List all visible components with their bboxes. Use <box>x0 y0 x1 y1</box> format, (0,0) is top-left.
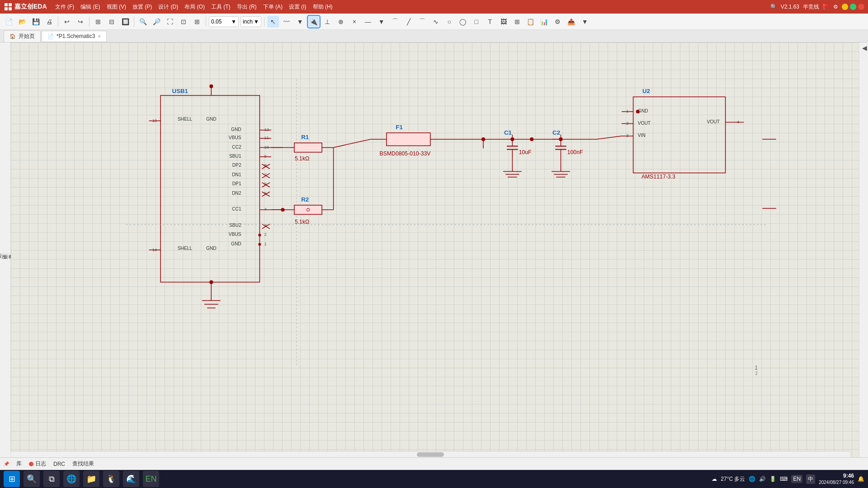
close-button[interactable] <box>858 4 864 10</box>
junction-tool[interactable]: ⊕ <box>335 16 347 28</box>
sidebar-tools[interactable]: 所有工具 <box>0 248 10 254</box>
bezier-tool[interactable]: ∿ <box>430 16 442 28</box>
svg-text:AMS1117-3.3: AMS1117-3.3 <box>642 174 675 180</box>
right-panel-toggle[interactable]: ◀ <box>860 42 868 53</box>
snap-input[interactable] <box>211 19 229 25</box>
ellipse-tool[interactable]: ◯ <box>457 16 469 28</box>
svg-text:4: 4 <box>737 120 739 124</box>
select-tool[interactable]: ↖ <box>267 16 279 28</box>
clock[interactable]: 9:46 2024/08/27 09:46 <box>819 473 854 486</box>
settings-icon[interactable]: ⚙ <box>833 4 838 10</box>
taskbar-search[interactable]: 🔍 <box>24 471 40 487</box>
measure-tool[interactable]: — <box>362 16 374 28</box>
undo-button[interactable]: ↩ <box>61 16 73 28</box>
noconnect-tool[interactable]: × <box>349 16 360 28</box>
drc-tool[interactable]: ⚙ <box>552 16 564 28</box>
volume-icon[interactable]: 🔊 <box>759 476 766 482</box>
polyline-tool[interactable]: ⌒ <box>416 16 428 28</box>
battery-icon[interactable]: 🔋 <box>769 476 776 482</box>
version-label: V2.1.63 <box>781 4 799 10</box>
snap-input-container[interactable]: ▼ <box>209 16 239 27</box>
redo-button[interactable]: ↪ <box>75 16 86 28</box>
separator-5 <box>264 17 264 27</box>
wire-select[interactable]: ▼ <box>294 16 306 28</box>
menu-place[interactable]: 放置 (P) <box>130 2 155 12</box>
scrollbar-thumb[interactable] <box>417 452 444 457</box>
svg-rect-5 <box>160 95 259 282</box>
menu-order[interactable]: 下单 (A) <box>260 2 285 12</box>
netflag-tool[interactable]: ⊥ <box>321 16 333 28</box>
notifications-icon[interactable]: 🔔 <box>858 476 864 482</box>
bus-tool[interactable]: 🔌 <box>308 16 320 28</box>
canvas-area[interactable]: .comp-ref { font-family: Arial, sans-ser… <box>11 42 859 457</box>
minimize-button[interactable] <box>842 4 848 10</box>
lang-en[interactable]: EN <box>791 475 802 483</box>
circle-tool[interactable]: ○ <box>443 16 455 28</box>
bom-tool[interactable]: 📋 <box>525 16 537 28</box>
save-button[interactable]: 💾 <box>30 16 42 28</box>
component-button[interactable]: 🔲 <box>119 16 131 28</box>
maximize-button[interactable] <box>850 4 856 10</box>
snap-dropdown-icon[interactable]: ▼ <box>231 19 236 25</box>
taskbar-filemanager[interactable]: 📁 <box>83 471 99 487</box>
wire2-tool[interactable]: ▼ <box>376 16 387 28</box>
schematic-tab-icon: 📄 <box>47 33 54 39</box>
image-tool[interactable]: 🖼 <box>498 16 509 28</box>
grid2-button[interactable]: ⊟ <box>106 16 118 28</box>
export-tool[interactable]: 📤 <box>566 16 577 28</box>
menu-help[interactable]: 帮助 (H) <box>310 2 335 12</box>
line-tool[interactable]: ╱ <box>403 16 415 28</box>
tab-home[interactable]: 🏠 开始页 <box>4 30 41 42</box>
open-button[interactable]: 📂 <box>16 16 28 28</box>
menu-tools[interactable]: 工具 (T) <box>208 2 233 12</box>
grid-button[interactable]: ⊞ <box>92 16 104 28</box>
lang-zh[interactable]: 中 <box>806 474 815 484</box>
unit-dropdown-icon[interactable]: ▼ <box>254 19 259 25</box>
keyboard-icon[interactable]: ⌨ <box>780 476 788 482</box>
print-button[interactable]: 🖨 <box>43 16 55 28</box>
start-button[interactable]: ⊞ <box>4 471 20 487</box>
zoom-out-button[interactable]: 🔎 <box>151 16 162 28</box>
app-logo: 嘉立创EDA <box>4 2 47 11</box>
zoom-select-button[interactable]: ⊡ <box>178 16 189 28</box>
new-button[interactable]: 📄 <box>3 16 14 28</box>
wire-tool[interactable]: 〰 <box>281 16 292 28</box>
svg-point-106 <box>530 137 533 141</box>
menu-edit[interactable]: 编辑 (E) <box>78 2 103 12</box>
arc-tool[interactable]: ⌒ <box>389 16 401 28</box>
zoom-in-button[interactable]: 🔍 <box>137 16 149 28</box>
tab-schematic[interactable]: 📄 *P1.Schematic3 × <box>42 31 107 41</box>
menu-design[interactable]: 设计 (D) <box>156 2 181 12</box>
taskbar-multitask[interactable]: ⧉ <box>43 471 60 487</box>
netlist-tool[interactable]: 📊 <box>538 16 550 28</box>
taskbar-app1[interactable]: 🐧 <box>103 471 119 487</box>
network-icon[interactable]: 🌐 <box>749 476 755 482</box>
menu-view[interactable]: 视图 (V) <box>104 2 129 12</box>
search-icon[interactable]: 🔍 <box>770 4 777 10</box>
clock-date: 2024/08/27 09:46 <box>819 479 854 485</box>
taskbar-app2[interactable]: 🌊 <box>123 471 139 487</box>
unit-selector[interactable]: inch ▼ <box>241 16 261 27</box>
menu-file[interactable]: 文件 (F) <box>52 2 77 12</box>
text-tool[interactable]: T <box>484 16 496 28</box>
search-results-tab[interactable]: 查找结果 <box>72 460 94 468</box>
table-tool[interactable]: ⊞ <box>511 16 523 28</box>
rect-tool[interactable]: □ <box>471 16 482 28</box>
menu-settings[interactable]: 设置 (I) <box>286 2 309 12</box>
taskbar-right: ☁ 27°C 多云 🌐 🔊 🔋 ⌨ EN 中 9:46 2024/08/27 0… <box>712 473 864 486</box>
menu-layout[interactable]: 布局 (O) <box>182 2 208 12</box>
more-tools[interactable]: ▼ <box>579 16 591 28</box>
zoom-region-button[interactable]: ⊞ <box>191 16 203 28</box>
taskbar-edge[interactable]: 🌐 <box>63 471 80 487</box>
log-tab[interactable]: 日志 <box>29 460 46 468</box>
library-tab[interactable]: 库 <box>16 460 22 468</box>
menu-export[interactable]: 导出 (R) <box>234 2 259 12</box>
svg-text:R1: R1 <box>301 134 309 141</box>
svg-text:9: 9 <box>264 154 267 159</box>
taskbar-app3[interactable]: EN <box>143 471 159 487</box>
zoom-fit-button[interactable]: ⛶ <box>164 16 176 28</box>
horizontal-scrollbar[interactable] <box>11 451 850 457</box>
taskbar: ⊞ 🔍 ⧉ 🌐 📁 🐧 🌊 EN ☁ 27°C 多云 🌐 🔊 🔋 ⌨ EN 中 … <box>0 470 868 488</box>
drc-tab[interactable]: DRC <box>53 461 65 467</box>
tab-close-button[interactable]: × <box>98 33 100 39</box>
